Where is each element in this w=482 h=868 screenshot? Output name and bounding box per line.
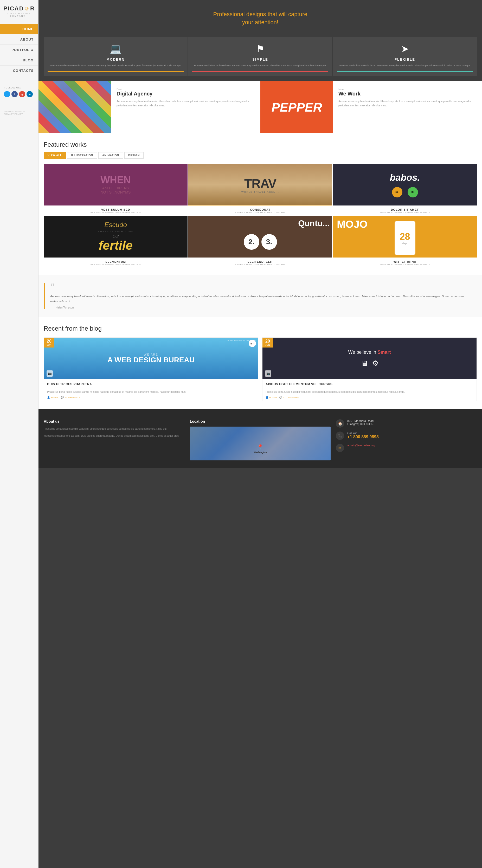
work-meta-quntum: ELEIFEND, ELIT AENEAN NONUMMY HENDRERIT … xyxy=(188,257,332,267)
zoom-btn-babos[interactable]: 🔍 xyxy=(394,180,404,189)
nav-home[interactable]: HOME xyxy=(0,24,38,34)
footer-about-title: About us xyxy=(44,419,185,424)
blog-card-meta-2: 👤 ADMIN 💬 2 COMMENTS xyxy=(266,396,474,399)
contact-email-item: ✉ admin@elemolink.org xyxy=(336,444,477,452)
work-title-babos: DOLOR SIT AMET xyxy=(333,208,477,211)
contact-address-item: 🏠 8901 Marmora Road, Glasgow, D04 89GR. xyxy=(336,419,477,428)
footer-about-text1: Phasellus porta fusce suscipit varius mi… xyxy=(44,427,185,431)
link-btn-mojo[interactable]: 🔗 xyxy=(406,232,416,241)
hero-title: Professional designs that will capture y… xyxy=(44,10,477,27)
blog-image-2: 20 JUN 📷 We believe in Smart 🖥 ⚙ xyxy=(263,338,477,379)
facebook-icon[interactable]: f xyxy=(11,91,18,97)
nav-blog[interactable]: BLOG xyxy=(0,55,38,66)
how-eyebrow: How xyxy=(338,88,477,91)
linkedin-icon[interactable]: in xyxy=(27,91,33,97)
feature-modern-bar xyxy=(48,71,184,72)
map-pin: 📍 xyxy=(257,444,264,450)
agency-eyebrow: Best xyxy=(117,88,255,91)
contact-phone-info: Call us: +1 800 889 9898 xyxy=(347,432,379,439)
blog-comments-1: 💬 2 COMMENTS xyxy=(61,396,80,399)
blog-card-title-2: APIBUS EGET ELEMENTUM VEL CURSUS xyxy=(266,382,474,389)
blog-comments-2: 💬 2 COMMENTS xyxy=(279,396,299,399)
feature-modern-desc: Praesent vestibulum molestie lacus. Aene… xyxy=(48,64,184,68)
footer-location-title: Location xyxy=(190,419,331,424)
map-background xyxy=(190,427,331,460)
pepper-block: PEPPER xyxy=(260,81,333,133)
blog-body-2: APIBUS EGET ELEMENTUM VEL CURSUS Phasell… xyxy=(263,379,477,401)
filter-design[interactable]: DESIGN xyxy=(124,152,144,159)
work-meta-vestibulum: VESTIBULUM SED AENEAN NONUMMY HENDRERIT … xyxy=(44,206,187,215)
nav-about[interactable]: ABOUT xyxy=(0,34,38,45)
blog-card-1: 20 JUN 📷 QOY HOME PORTFOLIO CONTACTS WE … xyxy=(44,337,258,401)
feature-simple-title: SIMPLE xyxy=(192,58,328,61)
work-item-escudo: Escudo CREATIVE SOLUTIONS Our fertile 🔍 … xyxy=(44,216,187,267)
footer-location: Location 📍 Washington xyxy=(190,419,331,460)
camera-icon-1: 📷 xyxy=(47,370,53,377)
link-btn-babos[interactable]: 🔗 xyxy=(406,180,416,189)
diagonal-bg xyxy=(38,81,111,133)
work-item-babos: babos. ✏ ✒ 🔍 🔗 DOLOR SIT AMET AENEAN NON… xyxy=(333,164,477,215)
blog-image-1: 20 JUN 📷 QOY HOME PORTFOLIO CONTACTS WE … xyxy=(44,338,258,379)
feature-flexible-bar xyxy=(337,71,473,72)
feature-simple: ⚑ SIMPLE Praesent vestibulum molestie la… xyxy=(188,37,332,76)
feature-flexible: ➤ FLEXIBLE Praesent vestibulum molestie … xyxy=(333,37,477,76)
blog-author-2: 👤 ADMIN xyxy=(266,396,277,399)
comment-icon-2: 💬 xyxy=(279,396,282,399)
gear-icon: ⚙ xyxy=(372,359,379,368)
link-btn-escudo[interactable]: 🔗 xyxy=(117,232,126,241)
link-btn-quntum[interactable]: 🔗 xyxy=(262,232,271,241)
email-icon: ✉ xyxy=(336,444,344,452)
featured-section: Featured works VIEW ALL ILLUSTRATION ANI… xyxy=(38,133,482,275)
blog-card-2: 20 JUN 📷 We believe in Smart 🖥 ⚙ xyxy=(262,337,477,401)
nav-portfolio[interactable]: PORTFOLIO xyxy=(0,45,38,55)
sidebar-copyright: PICADOR © 2014 © PRIVACY POLICY xyxy=(0,108,38,118)
zoom-btn-mojo[interactable]: 🔍 xyxy=(394,232,404,241)
how-block: How We Work Aenean nonummy hendrerit mau… xyxy=(333,81,482,133)
feature-modern-title: MODERN xyxy=(48,58,184,61)
blog-card-desc-2: Phasellus porta fusce suscipit varius mi… xyxy=(266,390,474,394)
footer-section: About us Phasellus porta fusce suscipit … xyxy=(38,409,482,468)
hero-line2: your attention! xyxy=(44,19,477,27)
logo: PICAD☺R · WEB DESIGN COMPANY · xyxy=(0,0,38,21)
link-btn-travel[interactable]: 🔗 xyxy=(262,180,271,189)
testimonial-section: " Aenean nonummy hendrerit mauris. Phase… xyxy=(38,275,482,317)
link-btn[interactable]: 🔗 xyxy=(117,180,126,189)
feature-simple-desc: Praesent vestibulum molestie lacus. Aene… xyxy=(192,64,328,68)
zoom-btn-quntum[interactable]: 🔍 xyxy=(250,232,259,241)
filter-all[interactable]: VIEW ALL xyxy=(44,152,66,159)
blog-date-2: 20 JUN xyxy=(263,338,273,347)
zoom-btn[interactable]: 🔍 xyxy=(105,180,115,189)
featured-title: Featured works xyxy=(44,141,477,148)
main-nav: HOME ABOUT PORTFOLIO BLOG CONTACTS xyxy=(0,24,38,76)
blog-date-1: 20 JUN xyxy=(44,338,54,347)
contact-email-link[interactable]: admin@elemolink.org xyxy=(347,444,375,447)
work-title-escudo: ELEMENTUM xyxy=(44,260,187,263)
filter-animation[interactable]: ANIMATION xyxy=(98,152,123,159)
feature-modern: 💻 MODERN Praesent vestibulum molestie la… xyxy=(44,37,187,76)
work-meta-travel: CONSEQUAT AENEAN NONUMMY HENDRERIT MAURI… xyxy=(188,206,332,215)
work-item-travel: TRAV WORLD TRAVEL AGEN... 🔍 🔗 CONSEQUAT … xyxy=(188,164,332,215)
twitter-icon[interactable]: t xyxy=(4,91,10,97)
work-thumb-quntum: Quntu... 2. 3. 🔍 🔗 xyxy=(188,216,332,257)
sidebar-divider xyxy=(4,104,34,104)
blog-nav-mini: HOME PORTFOLIO CONTACTS xyxy=(228,340,256,342)
work-thumb-mojo: MOJO 28 days 🔍 🔗 xyxy=(333,216,477,257)
how-desc: Aenean nonummy hendrerit mauris. Phasell… xyxy=(338,99,477,108)
zoom-btn-travel[interactable]: 🔍 xyxy=(250,180,259,189)
work-item-quntum: Quntu... 2. 3. 🔍 🔗 ELEIFEND, ELIT AENEAN… xyxy=(188,216,332,267)
work-sub-quntum: AENEAN NONUMMY HENDRERIT MAURIS xyxy=(188,263,332,266)
contact-email-info: admin@elemolink.org xyxy=(347,444,375,447)
laptop-icon: 💻 xyxy=(48,43,184,54)
zoom-btn-escudo[interactable]: 🔍 xyxy=(105,232,115,241)
camera-icon-2: 📷 xyxy=(265,370,271,377)
googleplus-icon[interactable]: g xyxy=(19,91,25,97)
social-icons: t f g in xyxy=(4,91,34,97)
work-thumb-escudo: Escudo CREATIVE SOLUTIONS Our fertile 🔍 … xyxy=(44,216,187,257)
hero-section: Professional designs that will capture y… xyxy=(38,0,482,32)
monitor-icon: 🖥 xyxy=(361,359,368,368)
filter-illustration[interactable]: ILLUSTRATION xyxy=(67,152,97,159)
nav-contacts[interactable]: CONTACTS xyxy=(0,66,38,76)
footer-about-text2: Maecenas tristique orci ac sem. Duis ult… xyxy=(44,434,185,438)
hero-line1: Professional designs that will capture xyxy=(44,10,477,19)
blog-card-desc-1: Phasellus porta fusce suscipit varius mi… xyxy=(47,390,255,394)
